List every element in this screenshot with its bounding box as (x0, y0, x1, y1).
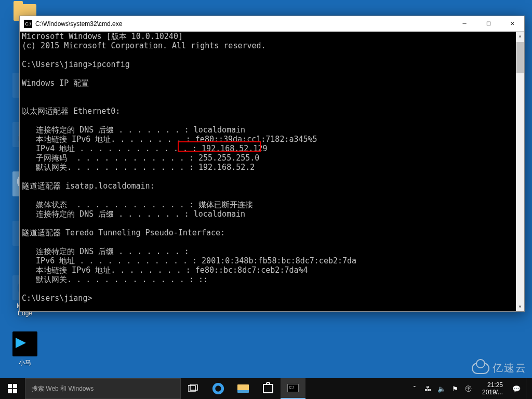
arrow-icon (12, 331, 37, 356)
cloud-icon (472, 363, 489, 374)
taskbar-cmd[interactable]: C:\ (281, 378, 305, 399)
titlebar[interactable]: C:\ C:\Windows\system32\cmd.exe ─ ☐ ✕ (20, 16, 524, 32)
icon-label: 小马 (6, 358, 44, 367)
scrollbar[interactable]: ▲ ▼ (516, 32, 524, 311)
window-title: C:\Windows\system32\cmd.exe (35, 20, 453, 28)
taskbar-explorer[interactable] (231, 378, 256, 399)
svg-rect-2 (13, 384, 17, 388)
search-box[interactable]: 搜索 Web 和 Windows (25, 378, 181, 399)
task-view-button[interactable] (181, 378, 206, 399)
store-icon (263, 384, 273, 393)
svg-rect-4 (13, 389, 17, 393)
tray-volume-icon[interactable]: 🔈 (437, 384, 446, 393)
taskbar-clock[interactable]: 21:25 2019/... (478, 381, 507, 396)
tray-ime-icon[interactable]: ㊥ (464, 384, 473, 393)
terminal-output[interactable]: Microsoft Windows [版本 10.0.10240] (c) 20… (20, 32, 524, 311)
tray-network-icon[interactable]: 🖧 (424, 384, 432, 393)
desktop-icon-xiaoma[interactable]: 小马 (6, 331, 44, 367)
start-button[interactable] (0, 378, 25, 399)
show-desktop-button[interactable] (526, 378, 529, 399)
clock-time: 21:25 (482, 381, 503, 389)
cmd-icon: C:\ (287, 384, 299, 392)
svg-point-7 (214, 384, 223, 393)
search-placeholder: 搜索 Web 和 Windows (32, 384, 94, 393)
taskbar: 搜索 Web 和 Windows C:\ ˆ 🖧 🔈 ⚑ ㊥ 21:25 201… (0, 378, 532, 399)
cmd-icon: C:\ (24, 20, 32, 28)
watermark-text: 亿速云 (493, 361, 527, 375)
taskbar-store[interactable] (256, 378, 281, 399)
folder-icon (237, 384, 249, 393)
scroll-up-arrow[interactable]: ▲ (516, 32, 524, 41)
scroll-down-arrow[interactable]: ▼ (516, 302, 524, 311)
cmd-window: C:\ C:\Windows\system32\cmd.exe ─ ☐ ✕ Mi… (19, 16, 525, 312)
watermark: 亿速云 (472, 361, 527, 375)
tray-notifications-icon[interactable]: 💬 (512, 384, 521, 393)
window-controls: ─ ☐ ✕ (453, 16, 524, 31)
scroll-thumb[interactable] (516, 42, 524, 73)
clock-date: 2019/... (482, 389, 503, 396)
minimize-button[interactable]: ─ (453, 16, 476, 31)
system-tray: ˆ 🖧 🔈 ⚑ ㊥ 21:25 2019/... 💬 (407, 378, 532, 399)
svg-rect-3 (8, 389, 12, 393)
close-button[interactable]: ✕ (500, 16, 524, 31)
tray-chevron-up-icon[interactable]: ˆ (410, 384, 419, 393)
maximize-button[interactable]: ☐ (476, 16, 500, 31)
tray-flag-icon[interactable]: ⚑ (451, 384, 459, 393)
taskbar-edge[interactable] (206, 378, 231, 399)
svg-rect-1 (8, 384, 12, 388)
